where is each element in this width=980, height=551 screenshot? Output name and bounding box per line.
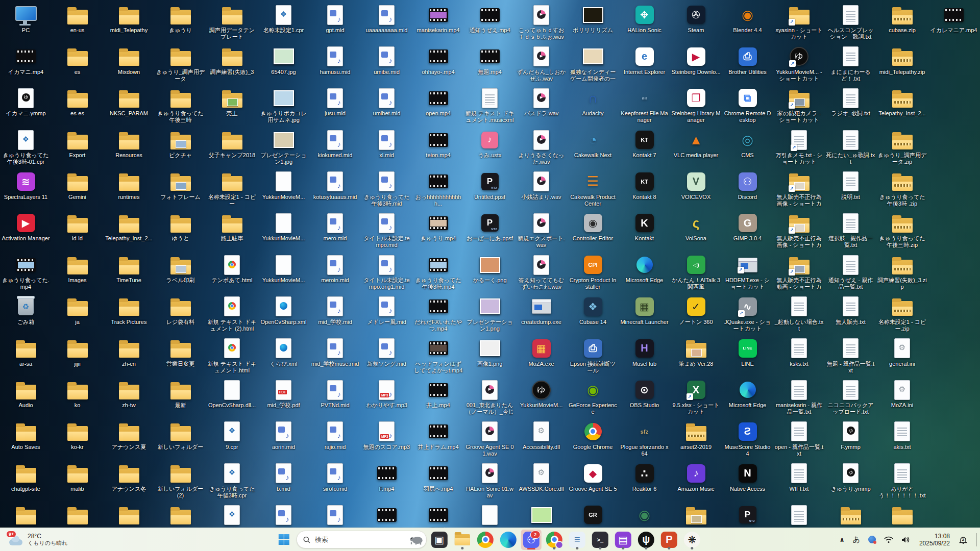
search-input[interactable] [314,535,406,544]
desktop-icon[interactable]: sfzPlogue sforzando x64 [619,420,670,462]
desktop-icon[interactable]: cubase.zip [876,3,928,45]
desktop-icon[interactable]: ♪aorin.mid [258,420,309,462]
desktop-icon[interactable]: イカレマニア.mp4 [928,3,979,45]
desktop-icon[interactable]: ksks.txt [773,337,825,379]
volume-icon[interactable] [900,531,912,548]
clock[interactable]: 13:08 2025/09/22 [917,533,952,547]
desktop-icon[interactable]: ↗無人販売不正行為画像 - ショートカット [773,211,825,253]
desktop-icon[interactable]: ヘッドフォンはずしててよかっt.mp4 [412,337,464,379]
desktop-icon[interactable]: open - 親作品一覧.txt [773,420,825,462]
desktop-icon[interactable]: ♪きゅうり食ってた午後3時.mid [361,170,412,212]
desktop-icon[interactable]: きゅうりボカコレ用サムネ.jpg [258,86,309,128]
desktop-icon[interactable]: ☰Cakewalk Product Center [567,170,619,212]
desktop-icon[interactable]: ▶HALion Sonic 01.wav [464,462,516,504]
desktop-icon[interactable]: ポリリリリズム [567,3,619,45]
desktop-icon[interactable]: きゅうり.mp4 [412,211,464,253]
desktop-icon[interactable]: ❖きゅうり食ってた午後3時.cpr [206,462,258,504]
tray-app-icon[interactable] [867,531,877,548]
desktop-icon[interactable]: ❖9.cpr [206,420,258,462]
desktop-icon[interactable]: ◉Controller Editor [567,211,619,253]
desktop-icon[interactable]: ♪umibet.mid [361,86,412,128]
desktop-icon[interactable]: アナウンス夏 [103,420,155,462]
desktop-icon[interactable]: ▶よりうるさくなった.wav [516,128,567,170]
desktop-icon[interactable]: プレゼンテーション1.jpg [258,128,309,170]
desktop-icon[interactable]: ♪タイトル未設定.tempo.orig1.mid [361,253,412,295]
desktop-icon[interactable]: _起動しない場合.txt [773,295,825,337]
desktop-icon[interactable]: ◔Cakewalk Next [567,128,619,170]
desktop-icon[interactable]: テンポあて.html [206,253,258,295]
start-button[interactable] [274,530,294,550]
desktop-icon[interactable]: ◉REAPER (x64) [619,503,670,528]
desktop-icon[interactable]: midi_Telepathy [103,3,155,45]
desktop-icon[interactable]: ⚇Discord [722,170,773,212]
desktop-icon[interactable]: ▶答え知っててもむずいわこれ.wav [516,253,567,295]
desktop-icon[interactable]: ♪td.mid [309,503,361,528]
desktop-icon[interactable]: Resources [103,128,155,170]
desktop-icon[interactable]: ♪rajio.mid [309,420,361,462]
desktop-icon[interactable]: ςVoiSona [670,211,722,253]
desktop-icon[interactable]: Microsoft Edge [722,378,773,420]
desktop-icon[interactable]: Google Chrome [567,420,619,462]
desktop-icon[interactable]: X↗9.5.xlsx - ショートカット [670,378,722,420]
desktop-icon[interactable]: PNT2おーばーにあ.ppsf [464,211,516,253]
desktop-icon[interactable]: open.mp4 [412,86,464,128]
desktop-icon[interactable]: ゆうと [155,211,206,253]
desktop-icon[interactable]: まにまにわーるど！.txt [825,45,876,87]
desktop-icon[interactable]: ↗家の防犯カメラ - ショートカット [773,86,825,128]
desktop-icon[interactable]: 新しいフォルダー [155,420,206,462]
desktop-icon[interactable]: 画像1.png [464,337,516,379]
desktop-icon[interactable]: 新しいフォルダ [155,503,206,528]
desktop-icon[interactable]: ▶小銭詰まり.wav [516,170,567,212]
taskbar-chatgpt-button[interactable]: ❋ [682,530,702,550]
desktop-icon[interactable]: ▶Steinberg Downlo... [670,45,722,87]
taskbar-terminal-button[interactable]: >_ [590,530,610,550]
desktop-icon[interactable]: ♪タイトル未設定.tempo.mid [361,211,412,253]
desktop-icon[interactable]: 営業日変更 [155,337,206,379]
desktop-icon[interactable]: 死にたい_ゅ歌詞.txt [825,128,876,170]
desktop-icon[interactable]: zip [825,503,876,528]
desktop-icon[interactable]: createdump.exe [516,295,567,337]
desktop-icon[interactable]: Telepathy_Inst_2... [876,86,928,128]
desktop-icon[interactable]: ƧMuseScore Studio 4 [722,420,773,462]
desktop-icon[interactable]: きゅうり食ってた.mp4 [0,253,52,295]
desktop-icon[interactable]: ↗無人販売不正行為画像 - ショートカッ... [773,170,825,212]
desktop-icon[interactable]: ko-kr [52,420,103,462]
desktop-icon[interactable]: ♪mero.mid [309,211,361,253]
desktop-icon[interactable]: ▶001_東北きりたん（ノーマル）_今じゃ... [464,378,516,420]
desktop-icon[interactable]: ♪hamusu.mid [309,45,361,87]
desktop-icon[interactable]: HMuseHub [619,337,670,379]
desktop-icon[interactable]: PNT2Piapro Studio NT2 [722,503,773,528]
desktop-icon[interactable]: ♪gpt.mid [309,3,361,45]
desktop-icon[interactable]: chatgpt-site [0,462,52,504]
desktop-icon[interactable]: ♪sirofo.mid [309,462,361,504]
desktop-icon[interactable]: ar-sa [0,337,52,379]
desktop-icon[interactable]: CPICrypton Product Installer [567,253,619,295]
desktop-icon[interactable]: ゆ↗YukkuriMovieM... - ショートカット [773,45,825,87]
desktop-icon[interactable]: 最新 [155,378,206,420]
taskbar-purple-stack-app-button[interactable]: ▤ [613,530,633,550]
weather-widget[interactable]: 9+ 28°C くもりのち晴れ [5,530,71,550]
desktop-icon[interactable]: ♪メドレー風.mid [361,295,412,337]
desktop-icon[interactable]: ↗無人販売不正行為動画 - ショートカット [773,253,825,295]
desktop-icon[interactable]: きゅうり_調声用データ [155,45,206,87]
desktop-icon[interactable]: en-us [52,3,103,45]
desktop-icon[interactable]: ❒Steinberg Library Manager [670,86,722,128]
desktop-icon[interactable]: ♪uaaaaaaaaa.mid [361,3,412,45]
desktop-icon[interactable]: 新しいフォルダ [876,503,928,528]
desktop-icon[interactable]: ♪うみ.ustx [464,128,516,170]
desktop-icon[interactable]: ♪jusu.mid [309,86,361,128]
desktop-icon[interactable]: LINELINE [722,337,773,379]
desktop-icon[interactable]: ♻ごみ箱 [0,295,52,337]
desktop-icon[interactable]: OpenCvSharp.xml [258,295,309,337]
taskbar-discord-button[interactable]: ⚇2 [521,530,542,550]
desktop-icon[interactable]: ⎙Brother Utilities [722,45,773,87]
desktop-icon[interactable]: ja [52,295,103,337]
desktop-icon[interactable]: ♪xl.mid [361,128,412,170]
taskbar-google-chrome-button[interactable] [475,530,496,550]
desktop-icon[interactable]: 売上 [206,86,258,128]
taskbar-dark-app-button[interactable]: ▣ [429,530,450,550]
desktop-icon[interactable]: おっhhhhhhhhhhhh... [412,170,464,212]
desktop-icon[interactable]: ゆYukkuriMovieM... [516,378,567,420]
desktop-icon[interactable]: Auto Saves [0,420,52,462]
desktop-icon[interactable]: ▦Minecraft Launcher [619,295,670,337]
